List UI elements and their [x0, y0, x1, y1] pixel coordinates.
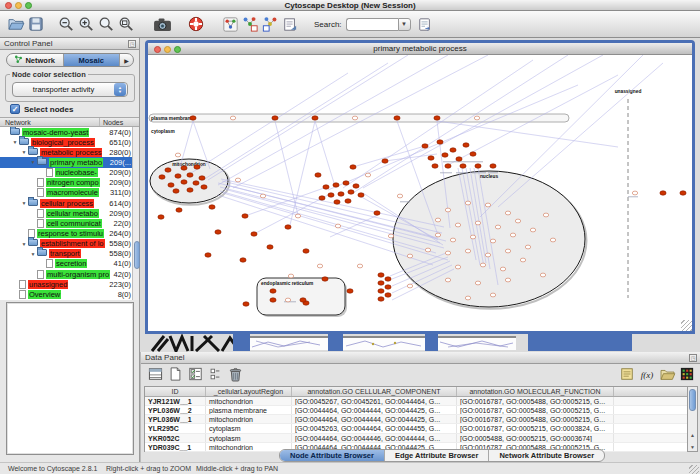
tree-row-establishment-of-lo[interactable]: ▼establishment of lo558(0) [0, 239, 132, 249]
open-file-button[interactable] [6, 14, 26, 34]
birdseye-view[interactable] [6, 302, 134, 455]
zoom-in-button[interactable] [76, 14, 96, 34]
tree-scrollbar[interactable] [132, 127, 139, 300]
scroll-down-icon[interactable]: ▼ [690, 444, 695, 450]
node-unselected[interactable] [540, 273, 545, 277]
node-unselected[interactable] [465, 296, 470, 300]
node-selected[interactable] [328, 193, 334, 197]
network-canvas[interactable]: plasma membranecytoplasmmitochondrionnuc… [148, 55, 692, 331]
node-unselected[interactable] [335, 224, 340, 228]
tree-row-transport[interactable]: ▼transport558(0) [0, 249, 132, 259]
node-unselected[interactable] [425, 248, 430, 252]
node-unselected[interactable] [407, 254, 412, 258]
node-selected[interactable] [385, 277, 391, 281]
node-selected[interactable] [209, 205, 215, 209]
node-selected[interactable] [272, 116, 278, 120]
node-unselected[interactable] [450, 238, 455, 242]
node-unselected[interactable] [445, 278, 450, 282]
node-color-dropdown[interactable]: transporter activity ▲▼ [12, 82, 128, 97]
node-selected[interactable] [445, 164, 451, 168]
tree-row-nitrogen-compo[interactable]: nitrogen compo209(0) [0, 178, 132, 188]
annotation-button[interactable] [280, 14, 300, 34]
tab-node-attribute-browser[interactable]: Node Attribute Browser [280, 450, 385, 461]
table-row[interactable]: YJR121W__1mitochondrion[GO:0045267, GO:0… [145, 397, 688, 406]
node-selected[interactable] [475, 164, 481, 168]
node-unselected[interactable] [530, 228, 535, 232]
node-unselected[interactable] [175, 153, 180, 157]
layout-attribute-button[interactable] [260, 14, 280, 34]
select-nodes-checkbox[interactable]: ✓ [10, 104, 20, 114]
node-selected[interactable] [434, 116, 440, 120]
node-selected[interactable] [345, 199, 351, 203]
node-unselected[interactable] [285, 298, 290, 302]
node-selected[interactable] [660, 191, 666, 195]
tree-row-cellular-metabo[interactable]: cellular metabo209(0) [0, 208, 132, 218]
node-selected[interactable] [303, 249, 309, 253]
help-button[interactable] [186, 14, 206, 34]
node-unselected[interactable] [505, 249, 510, 253]
node-selected[interactable] [187, 188, 193, 192]
node-unselected[interactable] [288, 274, 293, 278]
node-selected[interactable] [267, 245, 273, 249]
node-selected[interactable] [159, 175, 165, 179]
node-unselected[interactable] [510, 233, 515, 237]
node-selected[interactable] [350, 165, 356, 169]
node-unselected[interactable] [543, 213, 548, 217]
node-unselected[interactable] [525, 245, 530, 249]
node-selected[interactable] [181, 180, 187, 184]
node-unselected[interactable] [520, 258, 525, 262]
tab-network[interactable]: Network [7, 54, 64, 66]
node-selected[interactable] [187, 173, 193, 177]
node-selected[interactable] [190, 116, 196, 120]
expand-toggle-icon[interactable]: ▼ [29, 159, 37, 165]
node-unselected[interactable] [317, 264, 322, 268]
node-unselected[interactable] [515, 219, 520, 223]
node-selected[interactable] [385, 285, 391, 289]
node-unselected[interactable] [632, 191, 637, 195]
node-selected[interactable] [201, 185, 207, 189]
tree-row-overview[interactable]: Overview8(0) [0, 289, 132, 299]
node-selected[interactable] [422, 144, 428, 148]
tree-row-cellular-process[interactable]: ▼cellular process614(0) [0, 198, 132, 208]
node-unselected[interactable] [435, 233, 440, 237]
layout-spring-button[interactable] [240, 14, 260, 34]
float-panel-icon[interactable]: ◳ [689, 354, 697, 362]
node-unselected[interactable] [435, 218, 440, 222]
snapshot-button[interactable] [152, 14, 172, 34]
node-unselected[interactable] [475, 221, 480, 225]
node-selected[interactable] [463, 143, 469, 147]
node-selected[interactable] [460, 164, 466, 168]
node-selected[interactable] [315, 173, 321, 177]
node-selected[interactable] [428, 156, 434, 160]
node-selected[interactable] [323, 185, 329, 189]
edge[interactable] [290, 121, 315, 225]
search-dropdown-button[interactable]: ▼ [398, 18, 411, 31]
network-overview-button[interactable] [220, 14, 240, 34]
tree-row-response-to-stimulu[interactable]: response to stimulu264(0) [0, 228, 132, 238]
edge[interactable] [353, 146, 425, 167]
node-selected[interactable] [270, 289, 276, 293]
node-selected[interactable] [470, 152, 476, 156]
node-selected[interactable] [378, 281, 384, 285]
node-selected[interactable] [176, 208, 182, 212]
node-selected[interactable] [456, 157, 462, 161]
node-unselected[interactable] [490, 239, 495, 243]
node-selected[interactable] [394, 116, 400, 120]
expand-toggle-icon[interactable]: ▼ [29, 251, 37, 257]
node-selected[interactable] [193, 181, 199, 185]
node-selected[interactable] [165, 168, 171, 172]
node-unselected[interactable] [445, 208, 450, 212]
node-unselected[interactable] [407, 284, 412, 288]
node-selected[interactable] [334, 200, 340, 204]
expand-toggle-icon[interactable]: ▼ [20, 200, 28, 206]
attribute-matrix-button[interactable] [677, 366, 697, 384]
zoom-out-button[interactable] [56, 14, 76, 34]
node-unselected[interactable] [295, 214, 300, 218]
node-unselected[interactable] [352, 116, 357, 120]
tree-row-unassigned[interactable]: unassigned223(0) [0, 279, 132, 289]
node-selected[interactable] [173, 189, 179, 193]
table-row[interactable]: YPL036W__1mitochondrion[GO:0044464, GO:0… [145, 415, 688, 424]
node-selected[interactable] [437, 140, 443, 144]
node-selected[interactable] [300, 298, 306, 302]
table-row[interactable]: YPL036W__2plasma membrane[GO:0044464, GO… [145, 406, 688, 415]
